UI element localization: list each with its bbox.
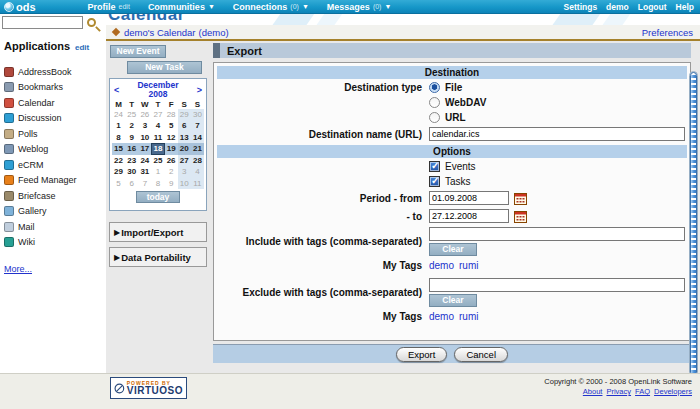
calendar-day[interactable]: 24	[112, 109, 125, 121]
footer-link-developers[interactable]: Developers	[654, 387, 692, 396]
new-event-button[interactable]: New Event	[110, 45, 166, 58]
calendar-day[interactable]: 3	[138, 120, 151, 132]
vertical-scrollbar-thumb[interactable]	[690, 72, 697, 376]
calendar-day[interactable]: 30	[191, 109, 204, 121]
calendar-day[interactable]: 12	[165, 132, 178, 144]
today-button[interactable]: today	[136, 191, 180, 203]
calendar-day[interactable]: 10	[178, 178, 191, 190]
sidebar-item-gallery[interactable]: Gallery	[4, 204, 77, 220]
sidebar-item-addressbook[interactable]: AddressBook	[4, 64, 77, 80]
calendar-day[interactable]: 28	[191, 155, 204, 167]
include-clear-button[interactable]: Clear	[429, 243, 477, 256]
cancel-button[interactable]: Cancel	[454, 347, 508, 362]
topbar-link-help[interactable]: Help	[676, 2, 694, 12]
sidebar-item-calendar[interactable]: Calendar	[4, 95, 77, 111]
calendar-day[interactable]: 24	[138, 155, 151, 167]
vertical-scrollbar[interactable]	[689, 71, 698, 377]
data-portability-panel[interactable]: ▶ Data Portability	[109, 247, 207, 267]
calendar-day[interactable]: 4	[151, 120, 164, 132]
date-picker-icon[interactable]	[514, 192, 527, 205]
radio-file[interactable]	[429, 82, 440, 93]
events-checkbox[interactable]	[429, 161, 440, 172]
calendar-day[interactable]: 5	[165, 120, 178, 132]
calendar-day[interactable]: 19	[165, 143, 178, 155]
sidebar-item-ecrm[interactable]: eCRM	[4, 157, 77, 173]
include-tags-input[interactable]	[429, 227, 685, 241]
calendar-day[interactable]: 30	[125, 166, 138, 178]
calendar-day[interactable]: 31	[138, 166, 151, 178]
tasks-checkbox[interactable]	[429, 176, 440, 187]
sidebar-item-discussion[interactable]: Discussion	[4, 111, 77, 127]
topbar-menu-communities[interactable]: Communities▼	[148, 2, 215, 12]
topbar-link-settings[interactable]: Settings	[564, 2, 598, 12]
calendar-day[interactable]: 2	[165, 166, 178, 178]
import-export-panel[interactable]: ▶ Import/Export	[109, 222, 207, 242]
calendar-day[interactable]: 21	[191, 143, 204, 155]
tag-link-rumi[interactable]: rumi	[459, 260, 478, 271]
calendar-day[interactable]: 3	[178, 166, 191, 178]
topbar-menu-profile[interactable]: Profileedit	[88, 2, 130, 12]
topbar-menu-connections[interactable]: Connections(0)▼	[233, 2, 309, 12]
sidebar-item-polls[interactable]: Polls	[4, 126, 77, 142]
calendar-day[interactable]: 26	[138, 109, 151, 121]
calendar-day[interactable]: 11	[191, 178, 204, 190]
calendar-day[interactable]: 10	[138, 132, 151, 144]
calendar-day[interactable]: 15	[112, 143, 125, 155]
more-link[interactable]: More...	[4, 264, 32, 274]
search-icon[interactable]	[87, 18, 96, 27]
next-month-button[interactable]: >	[197, 85, 202, 95]
tag-link-demo[interactable]: demo	[429, 260, 454, 271]
calendar-day[interactable]: 1	[151, 166, 164, 178]
calendar-day[interactable]: 1	[112, 120, 125, 132]
exclude-clear-button[interactable]: Clear	[429, 294, 477, 307]
calendar-day[interactable]: 8	[151, 178, 164, 190]
calendar-day[interactable]: 14	[191, 132, 204, 144]
calendar-day[interactable]: 11	[151, 132, 164, 144]
calendar-owner-link[interactable]: demo's Calendar	[124, 27, 196, 38]
calendar-day[interactable]: 20	[178, 143, 191, 155]
calendar-day[interactable]: 4	[191, 166, 204, 178]
applications-edit-link[interactable]: edit	[75, 43, 89, 52]
calendar-day[interactable]: 22	[112, 155, 125, 167]
topbar-link-logout[interactable]: Logout	[638, 2, 667, 12]
calendar-day[interactable]: 27	[178, 155, 191, 167]
new-task-button[interactable]: New Task	[127, 61, 202, 74]
prev-month-button[interactable]: <	[114, 85, 119, 95]
footer-link-faq[interactable]: FAQ	[635, 387, 650, 396]
calendar-day[interactable]: 9	[165, 178, 178, 190]
calendar-day[interactable]: 6	[178, 120, 191, 132]
topbar-link-demo[interactable]: demo	[606, 2, 629, 12]
export-button[interactable]: Export	[396, 347, 447, 362]
calendar-day[interactable]: 5	[112, 178, 125, 190]
calendar-day[interactable]: 6	[125, 178, 138, 190]
period-from-input[interactable]	[429, 191, 509, 205]
preferences-link[interactable]: Preferences	[642, 27, 693, 38]
sidebar-item-bookmarks[interactable]: Bookmarks	[4, 80, 77, 96]
sidebar-item-feed-manager[interactable]: Feed Manager	[4, 173, 77, 189]
tag-link-demo[interactable]: demo	[429, 311, 454, 322]
tag-link-rumi[interactable]: rumi	[459, 311, 478, 322]
calendar-day[interactable]: 29	[178, 109, 191, 121]
calendar-day[interactable]: 25	[151, 155, 164, 167]
search-input[interactable]	[2, 16, 83, 29]
calendar-day[interactable]: 9	[125, 132, 138, 144]
radio-webdav[interactable]	[429, 97, 440, 108]
period-to-input[interactable]	[429, 209, 509, 223]
sidebar-item-mail[interactable]: Mail	[4, 219, 77, 235]
exclude-tags-input[interactable]	[429, 278, 685, 292]
calendar-day[interactable]: 25	[125, 109, 138, 121]
calendar-day[interactable]: 23	[125, 155, 138, 167]
date-picker-icon[interactable]	[514, 210, 527, 223]
calendar-day[interactable]: 17	[138, 143, 151, 155]
calendar-day[interactable]: 27	[151, 109, 164, 121]
calendar-day[interactable]: 7	[191, 120, 204, 132]
calendar-day[interactable]: 28	[165, 109, 178, 121]
calendar-day[interactable]: 8	[112, 132, 125, 144]
calendar-day[interactable]: 2	[125, 120, 138, 132]
calendar-day[interactable]: 16	[125, 143, 138, 155]
calendar-day[interactable]: 29	[112, 166, 125, 178]
calendar-day[interactable]: 7	[138, 178, 151, 190]
sidebar-item-wiki[interactable]: Wiki	[4, 235, 77, 251]
radio-url[interactable]	[429, 112, 440, 123]
footer-link-privacy[interactable]: Privacy	[606, 387, 631, 396]
